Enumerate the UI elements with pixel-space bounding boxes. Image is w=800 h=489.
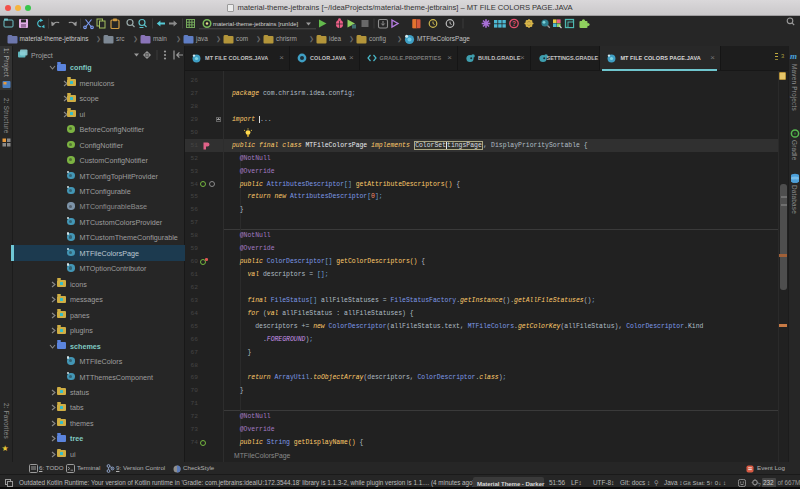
svg-text:Project: Project bbox=[31, 52, 53, 60]
svg-text:?: ? bbox=[512, 20, 516, 27]
svg-text:material-theme-jetbrains [runI: material-theme-jetbrains [runIde] bbox=[213, 21, 298, 27]
